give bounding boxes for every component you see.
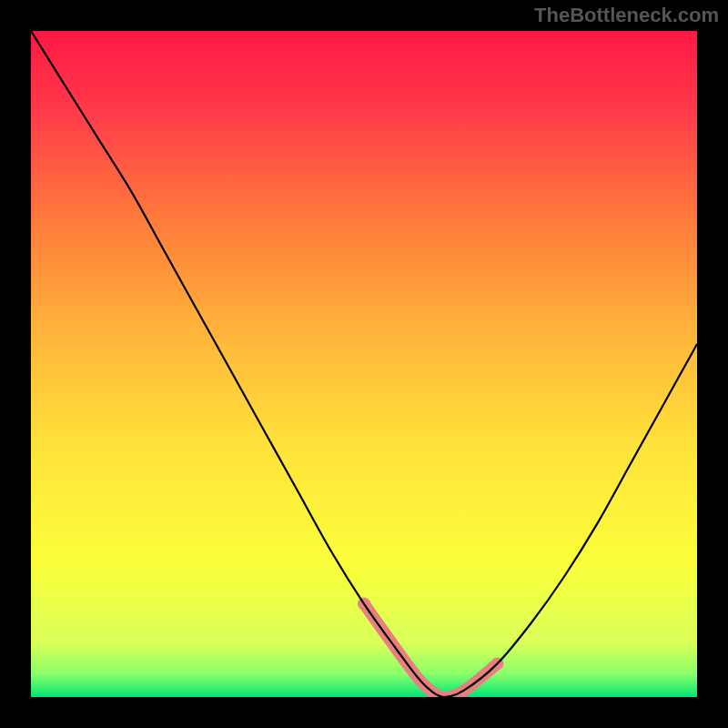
svg-rect-0 [31,31,697,697]
watermark-text: TheBottleneck.com [534,4,719,27]
chart-background-gradient [31,31,697,697]
chart-plot-area [31,31,697,697]
